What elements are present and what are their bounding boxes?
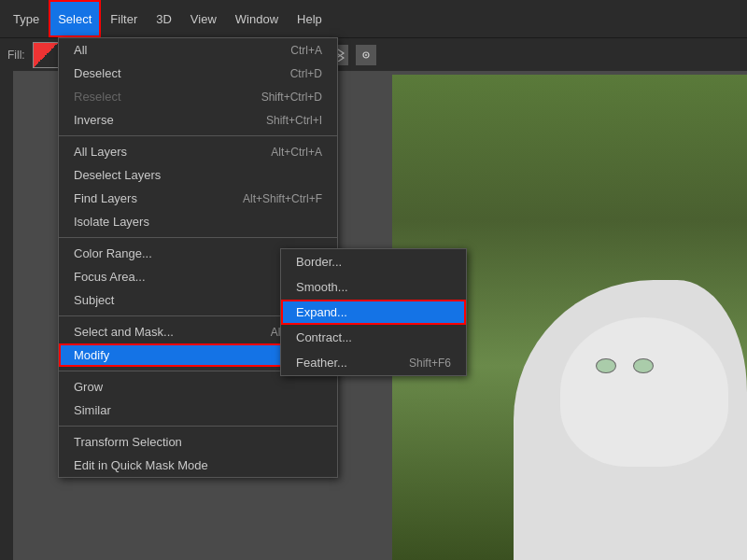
menu-item-all-layers-shortcut: Alt+Ctrl+A (271, 146, 322, 159)
settings-icon[interactable] (356, 45, 376, 65)
menu-item-all-layers-label: All Layers (74, 145, 127, 159)
menu-item-deselect-shortcut: Ctrl+D (290, 67, 322, 80)
menu-item-select-mask-label: Select and Mask... (74, 325, 174, 339)
menu-item-deselect[interactable]: Deselect Ctrl+D (59, 62, 337, 85)
submenu-feather-label: Feather... (296, 356, 347, 370)
menu-item-deselect-layers[interactable]: Deselect Layers (59, 163, 337, 187)
separator-2 (59, 237, 337, 238)
submenu-item-feather[interactable]: Feather... Shift+F6 (281, 350, 466, 375)
menu-item-modify-label: Modify (74, 348, 109, 362)
menu-item-deselect-label: Deselect (74, 66, 121, 80)
menu-item-inverse-shortcut: Shift+Ctrl+I (266, 114, 322, 127)
menu-item-all-shortcut: Ctrl+A (290, 44, 322, 57)
menu-item-inverse[interactable]: Inverse Shift+Ctrl+I (59, 108, 337, 132)
submenu-border-label: Border... (296, 255, 342, 269)
menu-item-reselect-label: Reselect (74, 90, 121, 104)
select-dropdown: All Ctrl+A Deselect Ctrl+D Reselect Shif… (58, 0, 338, 478)
menu-item-quick-mask-label: Edit in Quick Mask Mode (74, 458, 208, 472)
menu-item-color-range-label: Color Range... (74, 246, 152, 260)
menu-item-similar[interactable]: Similar (59, 399, 337, 422)
menu-item-all[interactable]: All Ctrl+A (59, 38, 337, 62)
menu-item-grow-label: Grow (74, 380, 103, 394)
fill-label: Fill: (7, 49, 25, 62)
submenu-contract-label: Contract... (296, 330, 352, 344)
fill-icon[interactable] (33, 42, 59, 68)
menu-item-deselect-layers-label: Deselect Layers (74, 168, 161, 182)
menu-item-find-layers[interactable]: Find Layers Alt+Shift+Ctrl+F (59, 187, 337, 210)
submenu-item-expand[interactable]: Expand... (281, 300, 466, 325)
left-sidebar (0, 71, 13, 560)
submenu-item-border[interactable]: Border... (281, 249, 466, 274)
menu-item-reselect: Reselect Shift+Ctrl+D (59, 85, 337, 108)
menu-item-grow[interactable]: Grow (59, 375, 337, 399)
submenu-item-contract[interactable]: Contract... (281, 325, 466, 350)
submenu-feather-shortcut: Shift+F6 (409, 357, 451, 370)
menu-item-all-layers[interactable]: All Layers Alt+Ctrl+A (59, 140, 337, 163)
modify-submenu: Border... Smooth... Expand... Contract..… (280, 248, 467, 376)
menu-item-quick-mask[interactable]: Edit in Quick Mask Mode (59, 454, 337, 477)
submenu-expand-label: Expand... (296, 305, 347, 319)
menu-item-isolate-layers-label: Isolate Layers (74, 215, 149, 229)
menu-item-find-layers-shortcut: Alt+Shift+Ctrl+F (243, 192, 322, 205)
menu-item-subject-label: Subject (74, 293, 114, 307)
menu-item-focus-area-label: Focus Area... (74, 270, 146, 284)
cat-face (560, 317, 728, 467)
submenu-item-smooth[interactable]: Smooth... (281, 274, 466, 300)
menu-item-find-layers-label: Find Layers (74, 191, 137, 205)
menu-item-similar-label: Similar (74, 403, 111, 417)
menu-item-transform-selection[interactable]: Transform Selection (59, 430, 337, 454)
menu-item-all-label: All (74, 43, 87, 57)
cat-eye-left (596, 358, 616, 373)
modify-submenu-panel: Border... Smooth... Expand... Contract..… (280, 248, 467, 376)
menu-item-transform-selection-label: Transform Selection (74, 435, 182, 449)
menu-type[interactable]: Type (4, 0, 49, 37)
cat-eye-right (633, 358, 654, 373)
svg-point-7 (365, 54, 367, 56)
submenu-smooth-label: Smooth... (296, 280, 348, 294)
menu-item-inverse-label: Inverse (74, 113, 114, 127)
menu-item-reselect-shortcut: Shift+Ctrl+D (261, 91, 322, 104)
separator-5 (59, 426, 337, 427)
separator-1 (59, 135, 337, 136)
menu-item-isolate-layers[interactable]: Isolate Layers (59, 210, 337, 233)
